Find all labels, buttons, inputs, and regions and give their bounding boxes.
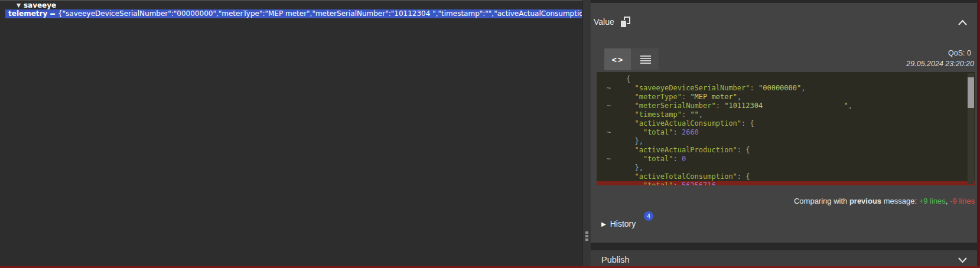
tree-node-label: saveeye bbox=[24, 1, 56, 9]
code-scrollbar-thumb[interactable] bbox=[968, 77, 974, 108]
diff-summary-prefix: Comparing with bbox=[794, 197, 849, 205]
collapse-arrow-icon[interactable]: ▼ bbox=[17, 2, 21, 8]
code-line: }, bbox=[597, 164, 975, 172]
mqtt-explorer-window: ▼ saveeye telemetry = {"saveeyeDeviceSer… bbox=[0, 0, 980, 268]
topic-name: telemetry bbox=[8, 9, 47, 18]
history-expand-icon[interactable]: ▶ bbox=[601, 221, 606, 227]
diff-summary-previous: previous bbox=[849, 197, 881, 205]
diff-changed-icon: ~ bbox=[597, 155, 626, 164]
code-line: "activeTotalConsumption": { bbox=[597, 172, 975, 181]
message-timestamp: 29.05.2024 23:20:20 bbox=[906, 60, 974, 68]
code-line: }, bbox=[597, 137, 975, 146]
panel-splitter[interactable] bbox=[582, 0, 591, 266]
code-line: ~ "total": 0 bbox=[597, 155, 975, 164]
code-line: ~ "saveeyeDeviceSerialNumber": "00000000… bbox=[597, 84, 975, 93]
tree-node-telemetry-selected[interactable]: telemetry = {"saveeyeDeviceSerialNumber"… bbox=[5, 9, 582, 18]
copy-value-icon[interactable] bbox=[620, 17, 630, 28]
json-diff-viewer: {~ "saveeyeDeviceSerialNumber": "0000000… bbox=[597, 72, 975, 185]
message-panel: Value QoS: 0 29.05.2024 23:20:20 <> bbox=[591, 0, 978, 266]
topic-tree-panel: ▼ saveeye telemetry = {"saveeyeDeviceSer… bbox=[0, 0, 582, 266]
window-border-right bbox=[977, 0, 980, 268]
expand-publish-button[interactable] bbox=[958, 257, 968, 263]
value-card: Value QoS: 0 29.05.2024 23:20:20 <> bbox=[591, 3, 978, 243]
splitter-grip-icon[interactable] bbox=[585, 231, 588, 242]
publish-card: Publish bbox=[591, 250, 978, 266]
diff-summary-suffix: message: bbox=[881, 197, 919, 205]
chevron-down-icon bbox=[958, 257, 968, 263]
code-brackets-icon: <> bbox=[612, 55, 624, 64]
value-section-title: Value bbox=[594, 17, 614, 27]
code-lines: {~ "saveeyeDeviceSerialNumber": "0000000… bbox=[597, 75, 975, 185]
code-line: ~ "total": 2660 bbox=[597, 128, 975, 137]
publish-section-title: Publish bbox=[601, 255, 630, 264]
raw-view-button[interactable]: <> bbox=[604, 48, 631, 70]
list-view-icon bbox=[640, 54, 651, 65]
topic-equals: = bbox=[47, 9, 58, 18]
code-scrollbar[interactable] bbox=[968, 73, 974, 184]
diff-summary-comma: , bbox=[946, 197, 950, 205]
tree-node-saveeye[interactable]: ▼ saveeye bbox=[17, 1, 56, 9]
diff-summary: Comparing with previous message: +9 line… bbox=[794, 197, 975, 205]
code-line: "meterType": "MEP meter", bbox=[597, 93, 975, 102]
diff-added-count: +9 lines bbox=[919, 197, 946, 205]
code-line: "timestamp": "", bbox=[597, 110, 975, 119]
code-line: "activeActualConsumption": { bbox=[597, 119, 975, 128]
code-line: ~ "meterSerialNumber": "10112304 ", bbox=[597, 102, 975, 110]
collapse-value-button[interactable] bbox=[958, 19, 968, 26]
diff-removed-count: -9 lines bbox=[950, 197, 975, 205]
code-line-removed: "total": 56256716 bbox=[597, 181, 975, 185]
chevron-up-icon bbox=[958, 19, 968, 26]
qos-label: QoS: 0 bbox=[948, 49, 971, 57]
diff-changed-icon: ~ bbox=[597, 102, 626, 110]
code-line: { bbox=[597, 75, 975, 84]
history-count-badge: 4 bbox=[644, 211, 653, 221]
topic-payload-preview: {"saveeyeDeviceSerialNumber":"00000000",… bbox=[58, 9, 582, 18]
history-toggle[interactable]: ▶ History bbox=[601, 219, 636, 228]
diff-changed-icon: ~ bbox=[597, 128, 626, 137]
value-view-toggle: <> bbox=[604, 48, 659, 70]
diff-changed-icon: ~ bbox=[597, 84, 626, 93]
structured-view-button[interactable] bbox=[631, 48, 659, 70]
history-label: History bbox=[610, 219, 636, 228]
code-line: "activeActualProduction": { bbox=[597, 146, 975, 155]
